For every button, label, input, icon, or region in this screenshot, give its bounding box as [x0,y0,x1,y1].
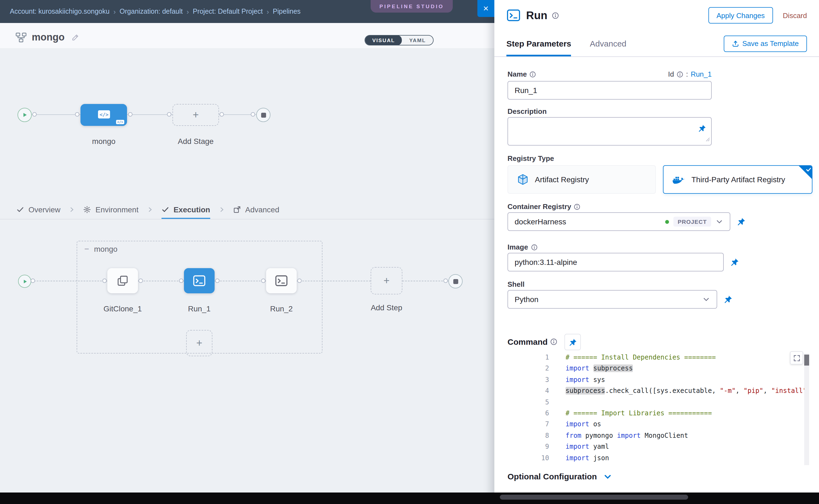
code-line[interactable]: from pymongo import MongoClient [566,431,804,443]
step-label: Run_2 [266,304,297,313]
registry-option-third-party[interactable]: Third-Party Artifact Registry [663,165,812,194]
tab-panel-advanced[interactable]: Advanced [590,31,626,56]
tab-overview[interactable]: Overview [16,200,60,219]
yaml-toggle[interactable]: YAML [402,35,433,45]
breadcrumb-pipelines[interactable]: Pipelines [273,8,300,15]
save-as-template-label: Save as Template [742,39,799,48]
shell-value: Python [515,295,539,304]
chevron-right-icon: › [267,7,269,16]
breadcrumb-project[interactable]: Project: Default Project [193,8,263,15]
line-number: 6 [509,409,549,421]
registry-option-label: Artifact Registry [535,175,589,184]
line-number: 2 [509,365,549,376]
info-icon[interactable] [531,244,537,250]
connector-line [32,114,80,115]
chevron-right-icon [69,200,75,219]
info-icon[interactable] [530,71,536,77]
external-square-icon [233,205,241,213]
info-icon[interactable] [551,338,558,345]
close-panel-button[interactable]: × [478,0,494,17]
add-stage-label: Add Stage [164,137,227,146]
code-line[interactable]: # ====== Import Libraries =========== [566,409,804,421]
stage-tab-bar: Overview Environment Execution [0,200,494,219]
code-line[interactable]: import sys [566,376,804,387]
connector-line [127,114,172,115]
command-pin-button[interactable] [565,334,581,350]
breadcrumb-account[interactable]: Account: kurosakiichigo.songoku [10,8,109,15]
pipeline-graph-icon [15,32,27,43]
shell-label: Shell [508,280,525,288]
image-input[interactable] [508,253,724,271]
add-parallel-step-button[interactable]: + [186,330,212,356]
plus-icon: + [193,109,199,121]
optional-configuration-toggle[interactable]: Optional Configuration [508,472,612,481]
svg-text:</>: </> [99,112,108,117]
editor-scrollbar-thumb[interactable] [804,355,809,366]
code-line[interactable]: import yaml [566,443,804,454]
tab-step-parameters[interactable]: Step Parameters [507,31,571,56]
code-line[interactable]: import json [566,454,804,465]
info-icon[interactable] [677,71,683,77]
bottom-scrollbar-thumb[interactable] [500,495,688,500]
command-code-editor[interactable]: 12345678910 # ====== Install Dependencie… [509,354,812,465]
code-line[interactable]: import os [566,421,804,432]
container-registry-label: Container Registry [508,202,581,211]
container-registry-select[interactable]: dockerHarness PROJECT [508,212,730,231]
tab-environment[interactable]: Environment [83,200,138,219]
connector-dot [167,112,171,117]
description-input[interactable] [508,117,712,146]
add-step-button[interactable]: + [370,267,402,294]
step-node-run1[interactable] [184,268,215,293]
tab-advanced[interactable]: Advanced [233,200,279,219]
resize-handle[interactable] [705,134,710,144]
expand-editor-button[interactable] [790,351,803,364]
step-node-run2[interactable] [266,268,297,293]
chevron-down-icon[interactable] [716,218,723,225]
image-label: Image [508,243,537,251]
editor-scrollbar[interactable] [804,354,809,465]
pipeline-play-button[interactable] [18,108,32,122]
apply-changes-button[interactable]: Apply Changes [708,7,773,24]
code-line[interactable]: # ====== Install Dependencies ======== [566,354,804,365]
container-registry-value: dockerHarness [515,217,566,226]
chevron-down-icon[interactable] [702,296,710,303]
edit-pencil-icon[interactable] [72,34,79,41]
pin-icon[interactable] [737,217,746,226]
connector-line [402,281,449,281]
name-input[interactable] [508,81,712,100]
breadcrumb-organization[interactable]: Organization: default [120,8,183,15]
connector-dot [297,279,302,283]
code-line[interactable] [566,398,804,409]
pin-icon[interactable] [698,124,706,132]
scope-badge: PROJECT [673,217,711,227]
stage-node-mongo[interactable]: </> </> [80,104,127,126]
add-stage-button[interactable]: + [172,104,219,126]
info-icon[interactable] [574,203,581,210]
info-icon[interactable] [552,12,559,19]
line-number: 4 [509,387,549,398]
stop-icon [453,279,458,284]
pipeline-title: mongo [32,32,65,43]
id-value-link[interactable]: Run_1 [691,70,712,78]
code-line[interactable]: subprocess.check_call([sys.executable, "… [566,387,804,398]
step-node-gitclone[interactable] [107,268,138,293]
save-as-template-button[interactable]: Save as Template [724,35,807,52]
discard-button[interactable]: Discard [783,11,807,19]
connector-dot [251,112,255,117]
tab-execution[interactable]: Execution [161,200,210,219]
code-line[interactable]: import subprocess [566,365,804,376]
pin-icon[interactable] [724,295,733,304]
registry-option-artifact[interactable]: Artifact Registry [508,165,656,194]
collapse-group-button[interactable]: − [84,244,89,253]
visual-toggle[interactable]: VISUAL [365,35,402,45]
terminal-icon [507,8,521,22]
pin-icon[interactable] [730,258,739,267]
optional-configuration-label: Optional Configuration [508,472,597,481]
stage-label: mongo [80,137,127,146]
connector-dot [102,279,107,283]
step-label: Run_1 [184,304,215,313]
check-icon [161,205,169,213]
shell-select[interactable]: Python [508,290,717,309]
registry-type-label: Registry Type [508,154,554,163]
execution-play-button[interactable] [18,275,31,288]
